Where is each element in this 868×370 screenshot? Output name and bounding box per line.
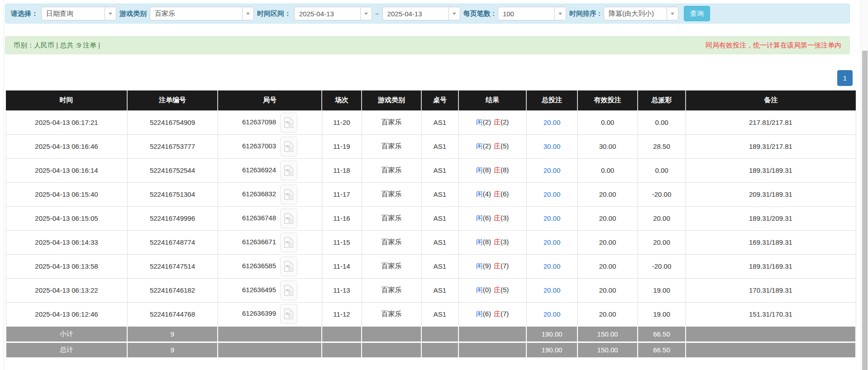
date-to-select[interactable]: 2025-04-13	[382, 7, 460, 20]
player-score: (9)	[483, 262, 491, 270]
cell-table: AS1	[421, 206, 458, 230]
cell-time: 2025-04-13 06:12:46	[6, 302, 127, 326]
banker-score: (3)	[501, 238, 509, 246]
currency-total-text: 币别：人民币 | 总共 :9 注单 |	[14, 41, 100, 50]
cell-total-bet: 20.00	[526, 110, 577, 134]
header-result: 结果	[458, 90, 526, 110]
pagination: 1	[837, 70, 853, 86]
date-from-select[interactable]: 2025-04-13	[294, 7, 372, 20]
player-label: 闲	[476, 238, 483, 246]
chevron-down-icon	[554, 7, 566, 20]
header-remark: 备注	[686, 90, 856, 110]
video-replay-button[interactable]	[280, 137, 297, 157]
time-sort-select[interactable]: 降冪(由大到小)	[604, 7, 678, 20]
query-type-value: 日期查询	[42, 7, 105, 20]
video-replay-button[interactable]	[280, 185, 297, 204]
subtotal-count: 9	[127, 326, 218, 342]
header-bet-id: 注单编号	[127, 90, 218, 110]
cell-table: AS1	[421, 302, 458, 326]
header-time: 时间	[6, 90, 127, 110]
cell-result: 闲(8)庄(8)	[458, 158, 526, 182]
total-bet-link[interactable]: 20.00	[544, 286, 561, 294]
cell-result: 闲(2)庄(5)	[458, 134, 526, 158]
cell-bet-id: 522416752544	[127, 158, 218, 182]
time-sort-value: 降冪(由大到小)	[604, 7, 667, 20]
total-bet-link[interactable]: 30.00	[544, 142, 561, 150]
query-type-select[interactable]: 日期查询	[41, 7, 116, 20]
total-bet-link[interactable]: 20.00	[544, 166, 561, 174]
banker-score: (3)	[501, 214, 509, 222]
video-replay-button[interactable]	[280, 304, 297, 324]
cell-game: 百家乐	[362, 134, 421, 158]
video-replay-button[interactable]	[280, 161, 297, 180]
cell-round-id: 612636399	[218, 302, 322, 326]
player-label: 闲	[476, 166, 483, 174]
cell-round-id: 612636495	[218, 278, 322, 302]
cell-total-bet: 20.00	[526, 254, 577, 278]
page-size-value: 100	[498, 7, 554, 20]
vertical-scrollbar[interactable]	[861, 0, 868, 370]
banker-label: 庄	[494, 238, 501, 246]
subtotal-total-bet: 190.00	[526, 326, 577, 342]
cell-session: 11-17	[322, 182, 362, 206]
video-replay-icon	[284, 308, 293, 319]
cell-table: AS1	[421, 110, 458, 134]
total-row: 总计 9 190.00 150.00 66.50	[6, 342, 856, 358]
round-id-text: 612636748	[242, 213, 276, 221]
cell-game: 百家乐	[362, 278, 421, 302]
cell-table: AS1	[421, 182, 458, 206]
table-row: 2025-04-13 06:15:05 522416749996 6126367…	[6, 206, 856, 230]
game-type-select[interactable]: 百家乐	[150, 7, 254, 20]
header-total-bet: 总投注	[526, 90, 577, 110]
chevron-down-icon	[242, 7, 253, 20]
total-bet-link[interactable]: 20.00	[544, 214, 561, 222]
cell-session: 11-14	[322, 254, 362, 278]
total-bet-link[interactable]: 20.00	[544, 119, 561, 126]
cell-remark: 217.81/217.81	[686, 110, 856, 134]
cell-session: 11-18	[322, 158, 362, 182]
player-label: 闲	[476, 286, 483, 294]
header-table: 桌号	[421, 90, 458, 110]
video-replay-button[interactable]	[280, 280, 297, 300]
cell-session: 11-20	[322, 110, 362, 134]
cell-time: 2025-04-13 06:13:22	[6, 278, 127, 302]
total-bet-link[interactable]: 20.00	[544, 310, 561, 318]
player-label: 闲	[476, 214, 483, 222]
cell-round-id: 612637098	[218, 110, 322, 134]
video-replay-button[interactable]	[280, 209, 297, 228]
total-bet-link[interactable]: 20.00	[544, 190, 561, 198]
table-row: 2025-04-13 06:17:21 522416754909 6126370…	[6, 110, 856, 134]
video-replay-button[interactable]	[280, 232, 297, 252]
total-bet-link[interactable]: 20.00	[544, 238, 561, 246]
player-label: 闲	[476, 142, 483, 150]
search-button[interactable]: 查询	[684, 6, 710, 21]
cell-payout: -20.00	[638, 182, 686, 206]
player-label: 闲	[476, 262, 483, 270]
banker-score: (7)	[501, 262, 509, 270]
banker-label: 庄	[494, 262, 501, 270]
cell-table: AS1	[421, 134, 458, 158]
total-bet-link[interactable]: 20.00	[544, 262, 561, 270]
subtotal-valid-bet: 150.00	[577, 326, 638, 342]
page-1-button[interactable]: 1	[837, 70, 853, 86]
header-session: 场次	[322, 90, 362, 110]
cell-result: 闲(6)庄(3)	[458, 206, 526, 230]
cell-table: AS1	[421, 158, 458, 182]
cell-remark: 169.31/189.31	[686, 230, 856, 254]
cell-game: 百家乐	[362, 254, 421, 278]
page-size-select[interactable]: 100	[498, 7, 566, 20]
cell-round-id: 612636748	[218, 206, 322, 230]
round-id-text: 612636495	[242, 285, 276, 293]
cell-valid-bet: 20.00	[577, 230, 638, 254]
banker-score: (5)	[501, 286, 509, 294]
banker-score: (5)	[501, 142, 509, 150]
video-replay-button[interactable]	[280, 256, 297, 276]
time-range-label: 时间区间：	[257, 9, 291, 18]
cell-round-id: 612636832	[218, 182, 322, 206]
cell-game: 百家乐	[362, 302, 421, 326]
round-id-text: 612636585	[242, 261, 276, 269]
banker-score: (6)	[501, 190, 509, 198]
cell-table: AS1	[421, 230, 458, 254]
video-replay-button[interactable]	[280, 113, 297, 133]
scrollbar-thumb[interactable]	[862, 51, 868, 370]
